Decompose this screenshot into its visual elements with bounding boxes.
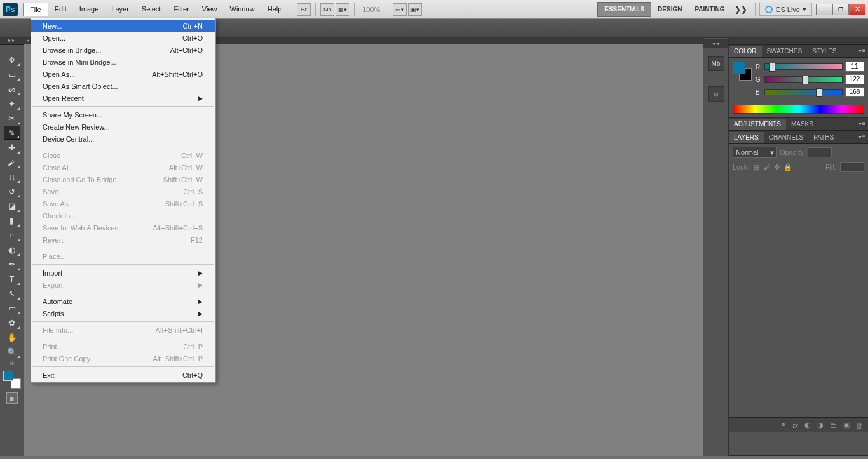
cslive-button[interactable]: CS Live▾: [759, 3, 812, 16]
menuitem-automate[interactable]: Automate▶: [31, 295, 215, 307]
minimize-button[interactable]: —: [816, 4, 832, 15]
marquee-tool[interactable]: ▭: [4, 67, 20, 81]
tab-adjustments[interactable]: ADJUSTMENTS: [729, 119, 786, 130]
menu-layer[interactable]: Layer: [105, 3, 135, 16]
g-slider[interactable]: [764, 76, 843, 83]
menuitem-device-central[interactable]: Device Central...: [31, 133, 215, 145]
heal-tool[interactable]: ✚: [4, 140, 20, 154]
menuitem-new[interactable]: New...Ctrl+N: [31, 20, 215, 32]
zoom-level[interactable]: 100%: [358, 6, 384, 13]
tab-styles[interactable]: STYLES: [807, 46, 841, 57]
more-workspaces-icon[interactable]: ❯❯: [731, 5, 751, 14]
menuitem-exit[interactable]: ExitCtrl+Q: [31, 369, 215, 381]
menuitem-open[interactable]: Open...Ctrl+O: [31, 32, 215, 44]
zoom-tool[interactable]: 🔍: [4, 345, 20, 359]
tab-layers[interactable]: LAYERS: [729, 132, 764, 143]
maximize-button[interactable]: ❐: [832, 4, 849, 15]
screenmode2-icon[interactable]: ▣▾: [408, 3, 422, 16]
g-value[interactable]: 122: [845, 74, 864, 84]
blur-tool[interactable]: ○: [4, 228, 20, 242]
lock-paint-icon[interactable]: 🖌: [763, 163, 770, 171]
menuitem-close-and-go-to-bridge: Close and Go To Bridge...Shift+Ctrl+W: [31, 173, 215, 185]
adjustment-icon[interactable]: ◑: [817, 421, 824, 429]
minibridge-panel-icon[interactable]: Mb: [708, 56, 724, 71]
eraser-tool[interactable]: ◪: [4, 199, 20, 213]
link-layers-icon[interactable]: ⚭: [780, 421, 786, 429]
arrange-icon[interactable]: ▭▾: [393, 3, 407, 16]
tab-masks[interactable]: MASKS: [786, 119, 818, 130]
shape-tool[interactable]: ▭: [4, 301, 20, 315]
move-tool[interactable]: ✥: [4, 53, 20, 67]
lasso-tool[interactable]: ᔕ: [4, 82, 20, 96]
panel-menu-icon[interactable]: ▾≡: [858, 120, 865, 127]
history-brush-tool[interactable]: ↺: [4, 184, 20, 198]
menuitem-import[interactable]: Import▶: [31, 267, 215, 279]
menuitem-browse-in-mini-bridge[interactable]: Browse in Mini Bridge...: [31, 56, 215, 68]
menuitem-close: CloseCtrl+W: [31, 149, 215, 161]
menuitem-open-as[interactable]: Open As...Alt+Shift+Ctrl+O: [31, 68, 215, 80]
workspace-essentials[interactable]: ESSENTIALS: [597, 2, 651, 17]
tab-paths[interactable]: PATHS: [808, 132, 839, 143]
mask-icon[interactable]: ◐: [804, 421, 811, 429]
workspace-painting[interactable]: PAINTING: [688, 3, 731, 16]
tab-swatches[interactable]: SWATCHES: [762, 46, 808, 57]
wand-tool[interactable]: ✦: [4, 96, 20, 110]
minibridge-icon[interactable]: Mb: [320, 3, 334, 16]
screenmode-icon[interactable]: ▦▾: [336, 3, 349, 16]
stamp-tool[interactable]: ⎍: [4, 170, 20, 183]
menu-filter[interactable]: Filter: [167, 3, 195, 16]
menuitem-browse-in-bridge[interactable]: Browse in Bridge...Alt+Ctrl+O: [31, 44, 215, 56]
menuitem-create-new-review[interactable]: Create New Review...: [31, 121, 215, 133]
dodge-tool[interactable]: ◐: [4, 243, 20, 256]
spectrum-bar[interactable]: [733, 105, 864, 114]
menu-image[interactable]: Image: [73, 3, 105, 16]
eyedropper-tool[interactable]: ✎: [4, 126, 20, 140]
right-panels: Mb ⎅ COLOR SWATCHES STYLES ▾≡ R11 G122 B…: [703, 38, 868, 456]
tab-color[interactable]: COLOR: [729, 46, 762, 57]
lock-all-icon[interactable]: 🔒: [783, 163, 792, 171]
quickmask-button[interactable]: ◙: [6, 392, 18, 404]
fill-field[interactable]: [840, 162, 864, 172]
menu-edit[interactable]: Edit: [48, 3, 73, 16]
b-value[interactable]: 168: [845, 87, 864, 97]
history-panel-icon[interactable]: ⎅: [708, 86, 724, 102]
pen-tool[interactable]: ✒: [4, 257, 20, 271]
lock-move-icon[interactable]: ✥: [774, 163, 780, 171]
type-tool[interactable]: T: [4, 272, 20, 286]
menuitem-open-recent[interactable]: Open Recent▶: [31, 92, 215, 104]
path-tool[interactable]: ↖: [4, 286, 20, 300]
r-value[interactable]: 11: [845, 62, 864, 72]
close-button[interactable]: ✕: [849, 4, 865, 15]
delete-icon[interactable]: 🗑: [856, 422, 863, 429]
menu-select[interactable]: Select: [135, 3, 168, 16]
r-label: R: [756, 63, 762, 70]
swap-colors-icon[interactable]: ⤭: [4, 359, 20, 367]
r-slider[interactable]: [764, 63, 843, 70]
menu-window[interactable]: Window: [224, 3, 261, 16]
color-swatch[interactable]: [733, 62, 752, 81]
color-picker[interactable]: [3, 371, 21, 389]
menuitem-share-my-screen[interactable]: Share My Screen...: [31, 109, 215, 121]
blend-mode-select[interactable]: Normal▾: [733, 147, 777, 158]
menu-help[interactable]: Help: [261, 3, 288, 16]
panel-menu-icon[interactable]: ▾≡: [858, 47, 865, 54]
gradient-tool[interactable]: ▮: [4, 213, 20, 227]
panel-menu-icon[interactable]: ▾≡: [858, 133, 865, 140]
menu-file[interactable]: File: [23, 3, 48, 16]
group-icon[interactable]: 🗀: [830, 422, 837, 429]
hand-tool[interactable]: ✋: [4, 330, 20, 344]
menu-view[interactable]: View: [196, 3, 224, 16]
lock-trans-icon[interactable]: ▦: [753, 163, 759, 171]
3d-tool[interactable]: ✿: [4, 316, 20, 329]
bridge-icon[interactable]: Br: [297, 3, 311, 16]
brush-tool[interactable]: 🖌: [4, 155, 20, 169]
opacity-field[interactable]: [808, 147, 832, 157]
crop-tool[interactable]: ✂: [4, 111, 20, 125]
menuitem-open-as-smart-object[interactable]: Open As Smart Object...: [31, 80, 215, 92]
fx-icon[interactable]: fx: [792, 422, 798, 429]
menuitem-scripts[interactable]: Scripts▶: [31, 307, 215, 319]
new-layer-icon[interactable]: ▣: [843, 421, 850, 429]
tab-channels[interactable]: CHANNELS: [764, 132, 808, 143]
workspace-design[interactable]: DESIGN: [651, 3, 688, 16]
b-slider[interactable]: [764, 89, 843, 95]
